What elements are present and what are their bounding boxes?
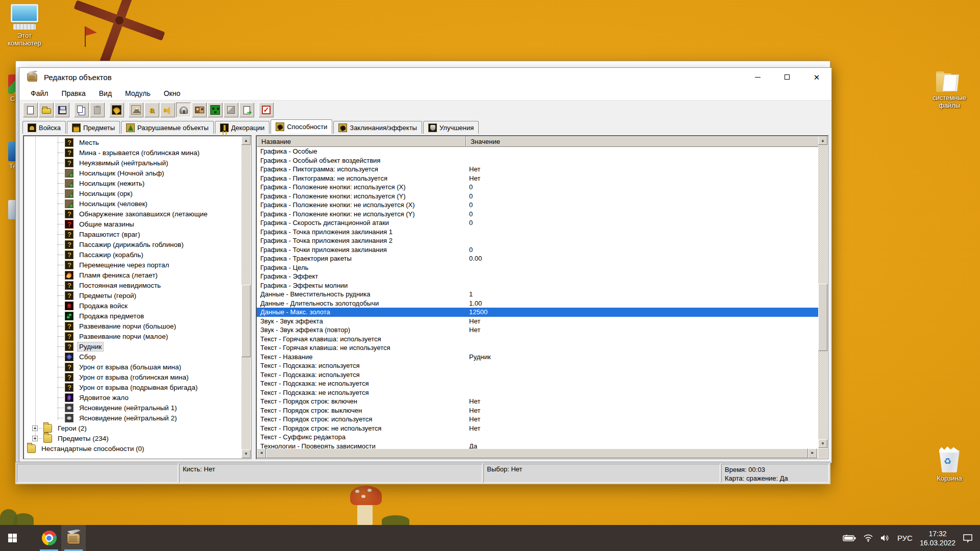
object-manager-button[interactable] [192, 103, 207, 117]
tree-item[interactable]: Пламя феникса (летает) [24, 270, 240, 280]
maximize-button[interactable] [772, 68, 802, 86]
tree-item[interactable]: Нестандартные способности (0) [24, 443, 240, 454]
property-row[interactable]: Графика - Положение кнопки: не используе… [257, 201, 818, 210]
property-row[interactable]: Звук - Звук эффекта (повтор)Нет [257, 325, 818, 335]
property-row[interactable]: Графика - Скорость дистанционной атаки0 [257, 218, 818, 228]
tab-destructibles[interactable]: Разрушаемые объекты [121, 121, 214, 134]
tree-item[interactable]: Рудник [24, 341, 240, 352]
tree-item[interactable]: +Герои (2) [24, 423, 240, 433]
tree-item[interactable]: Развеивание порчи (большое) [24, 321, 240, 331]
sound-editor-button[interactable] [160, 103, 175, 117]
close-button[interactable]: ✕ [802, 68, 831, 86]
property-row[interactable]: Графика - Точка приложения заклинания 2 [257, 236, 818, 245]
menu-edit[interactable]: Правка [56, 87, 90, 99]
property-row[interactable]: Текст - Суффикс редактора [257, 433, 818, 442]
menu-view[interactable]: Вид [94, 87, 117, 99]
tree-scroll-up-button[interactable]: ▲ [241, 136, 251, 145]
volume-icon[interactable] [880, 534, 890, 542]
tree-item[interactable]: Ясновидение (нейтральный 1) [24, 403, 240, 413]
tree-item[interactable]: Предметы (герой) [24, 290, 240, 300]
tree-item[interactable]: Пассажир (дирижабль гоблинов) [24, 239, 240, 249]
property-row[interactable]: Текст - Горячая клавиша: используется [257, 335, 818, 344]
property-row[interactable]: Звук - Звук эффектаНет [257, 317, 818, 326]
tree-item[interactable]: Продажа войск [24, 300, 240, 311]
terrain-editor-button[interactable] [129, 103, 143, 117]
menu-file[interactable]: Файл [26, 87, 53, 99]
desktop-icon-this-pc[interactable]: Этот компьютер [0, 4, 49, 47]
test-map-button[interactable]: ✓ [259, 103, 274, 117]
property-row[interactable]: Графика - Особые [257, 147, 818, 156]
import-manager-button[interactable] [239, 103, 254, 117]
tree-item[interactable]: Продажа предметов [24, 311, 240, 321]
world-editor-button[interactable] [109, 103, 124, 117]
tree-item[interactable]: Носильщик (Ночной эльф) [24, 168, 240, 178]
open-map-button[interactable] [39, 103, 54, 117]
tree-item[interactable]: Пассажир (корабль) [24, 249, 240, 260]
grid-scroll-right-button[interactable]: ► [808, 448, 817, 458]
property-row[interactable]: Текст - Подсказка: не используется [257, 388, 818, 397]
new-map-button[interactable] [23, 103, 38, 117]
grid-scroll-down-button[interactable]: ▼ [818, 439, 827, 448]
desktop-icon-recycle-bin[interactable]: ♻ Корзина [925, 450, 974, 482]
tree-item[interactable]: Ясновидение (нейтральный 2) [24, 413, 240, 423]
tree-item[interactable]: Общие магазины [24, 219, 240, 229]
tree-item[interactable]: Мина - взрывается (гоблинская мина) [24, 147, 240, 158]
property-row[interactable]: Графика - Положение кнопки: используется… [257, 192, 818, 201]
property-row[interactable]: Графика - Положение кнопки: не используе… [257, 210, 818, 219]
tree-item[interactable]: Обнаружение закопавшихся (летающие [24, 209, 240, 219]
tree-item[interactable]: Носильщик (нежить) [24, 178, 240, 188]
tree-item[interactable]: Носильщик (человек) [24, 198, 240, 209]
column-header-value[interactable]: Значение [466, 136, 827, 147]
tree-scrollbar-thumb[interactable] [241, 285, 251, 357]
tree-item[interactable]: +Предметы (234) [24, 433, 240, 443]
property-row[interactable]: Технологии - Проверять зависимостиДа [257, 442, 818, 449]
menu-window[interactable]: Окно [159, 87, 186, 99]
grid-scrollbar-thumb[interactable] [818, 284, 827, 351]
property-row[interactable]: Текст - Порядок строк: выключенНет [257, 406, 818, 415]
tab-abilities[interactable]: Способности [271, 119, 332, 134]
copy-button[interactable] [74, 103, 89, 117]
taskbar-world-editor-button[interactable] [61, 525, 86, 551]
tree-item[interactable]: Ядовитое жало [24, 392, 240, 403]
property-row[interactable]: Графика - Пиктограмма: не используетсяНе… [257, 174, 818, 183]
grid-hscrollbar-thumb[interactable] [266, 448, 808, 458]
tree-item[interactable]: Урон от взрыва (подрывная бригада) [24, 382, 240, 392]
property-row[interactable]: Графика - Пиктограмма: используетсяНет [257, 165, 818, 174]
language-indicator[interactable]: РУС [897, 534, 913, 542]
menu-module[interactable]: Модуль [120, 87, 156, 99]
property-row[interactable]: Данные - Вместительность рудника1 [257, 290, 818, 299]
battery-icon[interactable] [843, 535, 856, 542]
titlebar[interactable]: Редактор объектов ✕ [19, 68, 831, 86]
property-row[interactable]: Графика - Точки приложения заклинания0 [257, 245, 818, 255]
property-row[interactable]: Графика - Эффект [257, 272, 818, 281]
property-row[interactable]: Графика - Эффекты молнии [257, 281, 818, 290]
tab-upgrades[interactable]: Улучшения [423, 121, 479, 134]
tab-units[interactable]: Войска [22, 121, 66, 134]
taskbar-chrome-button[interactable] [37, 525, 61, 551]
property-row[interactable]: Текст - Подсказка: используется [257, 361, 818, 370]
grid-scroll-left-button[interactable]: ◄ [257, 448, 266, 458]
property-row[interactable]: Графика - Особый объект воздействия [257, 156, 818, 165]
property-row[interactable]: Текст - Подсказка: используется [257, 370, 818, 380]
trigger-editor-button[interactable]: a [144, 103, 159, 117]
tree-item[interactable]: Урон от взрыва (гоблинская мина) [24, 372, 240, 382]
tree-item[interactable]: Носильщик (орк) [24, 188, 240, 198]
tree-item[interactable]: Постоянная невидимость [24, 280, 240, 290]
tree-item[interactable]: Развеивание порчи (малое) [24, 331, 240, 341]
column-header-name[interactable]: Название [257, 136, 466, 147]
property-row[interactable]: Текст - НазваниеРудник [257, 353, 818, 362]
tab-spells-effects[interactable]: Заклинания/эффекты [333, 121, 422, 134]
property-row[interactable]: Текст - Подсказка: не используется [257, 379, 818, 388]
property-row[interactable]: Данные - Длительность золотодобычи1.00 [257, 299, 818, 308]
property-row[interactable]: Графика - Траектория ракеты0.00 [257, 254, 818, 263]
tree-item[interactable]: Месть [24, 137, 240, 147]
tree-item[interactable]: Неуязвимый (нейтральный) [24, 158, 240, 168]
object-editor-button[interactable] [176, 103, 191, 117]
taskbar-clock[interactable]: 17:32 16.03.2022 [920, 529, 955, 547]
save-map-button[interactable] [55, 103, 69, 117]
property-row[interactable]: Графика - Цель [257, 263, 818, 272]
property-row[interactable]: Графика - Точка приложения заклинания 1 [257, 228, 818, 237]
property-row[interactable]: Текст - Горячая клавиша: не используется [257, 343, 818, 353]
tree-item[interactable]: Сбор [24, 352, 240, 362]
property-row[interactable]: Текст - Порядок строк: используетсяНет [257, 415, 818, 424]
